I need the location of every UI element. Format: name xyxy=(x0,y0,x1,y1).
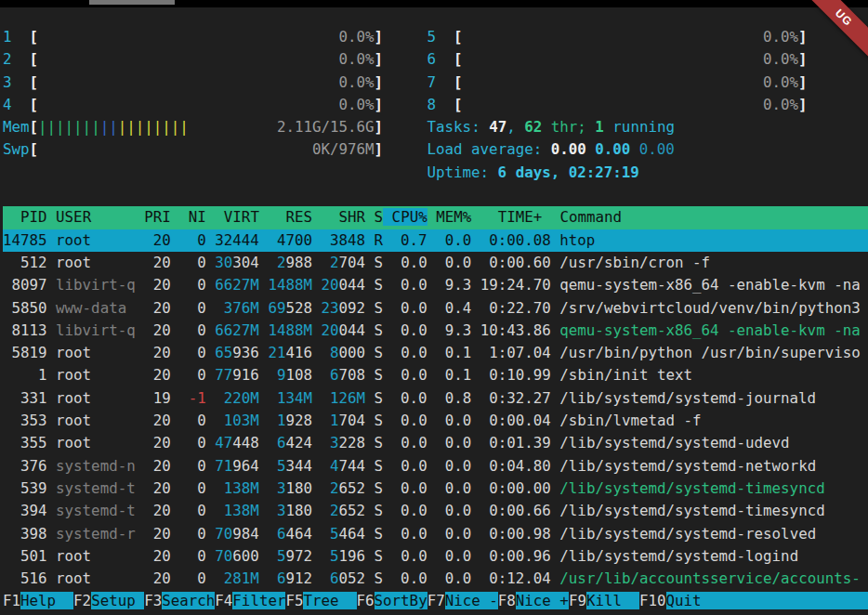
virt-cell: 984 xyxy=(232,525,259,543)
column-header-pid[interactable]: PID xyxy=(20,208,47,226)
process-row[interactable]: 512 root 20 0 30304 2988 2704 S 0.0 0.0 … xyxy=(3,252,868,274)
process-row[interactable]: 1 root 20 0 77916 9108 6708 S 0.0 0.1 0:… xyxy=(3,364,868,386)
virt-cell: 600 xyxy=(232,547,259,565)
process-row[interactable]: 8113 libvirt-q 20 0 6627M 1488M 20044 S … xyxy=(3,320,868,342)
text-segment xyxy=(171,321,180,339)
command-cell: /lib/systemd/systemd-networkd xyxy=(559,457,816,475)
process-row[interactable]: 5819 root 20 0 65936 21416 8000 S 0.0 0.… xyxy=(3,342,868,364)
column-header-command[interactable]: Command xyxy=(559,208,622,226)
fn-key-f1[interactable]: F1 xyxy=(3,592,20,609)
text-segment xyxy=(471,389,480,407)
text-segment xyxy=(206,457,216,475)
virt-cell: 6627M xyxy=(215,321,259,339)
process-row[interactable]: 539 systemd-t 20 0 138M 3180 2652 S 0.0 … xyxy=(3,478,868,500)
text-segment xyxy=(383,118,427,136)
column-header-mem[interactable]: MEM% xyxy=(436,208,471,226)
time-cell: 0:00.04 xyxy=(480,412,551,429)
fn-key-f10[interactable]: F10 xyxy=(639,592,666,609)
text-segment xyxy=(206,525,216,543)
text-segment xyxy=(471,299,480,317)
scrollbar-thumb[interactable] xyxy=(89,0,175,5)
pri-cell: 20 xyxy=(144,344,171,361)
process-row[interactable]: 8097 libvirt-q 20 0 6627M 1488M 20044 S … xyxy=(3,274,868,296)
process-row[interactable]: 331 root 19 -1 220M 134M 126M S 0.0 0.8 … xyxy=(3,387,868,410)
fn-key-f6[interactable]: F6 xyxy=(357,592,375,609)
text-segment: , xyxy=(506,118,524,136)
shr-cell: 3 xyxy=(322,434,339,451)
mem-bar-segment: |||||||| xyxy=(118,118,189,136)
column-header-virt[interactable]: VIRT xyxy=(224,208,259,226)
column-header-ni[interactable]: NI xyxy=(189,208,206,226)
cpu-meter-7-value: 0.0% xyxy=(763,73,798,91)
text-segment xyxy=(206,344,216,361)
process-row[interactable]: 5850 www-data 20 0 376M 69528 23092 S 0.… xyxy=(3,297,868,320)
text-segment xyxy=(3,208,20,226)
fn-action-nice-[interactable]: Nice + xyxy=(516,592,569,609)
scrollbar-track xyxy=(0,0,868,7)
text-segment xyxy=(365,479,375,497)
text-segment xyxy=(471,321,480,339)
column-header-time[interactable]: TIME+ xyxy=(498,208,543,226)
process-row[interactable]: 501 root 20 0 70600 5972 5196 S 0.0 0.0 … xyxy=(3,545,868,568)
fn-action-quit[interactable]: Quit xyxy=(666,592,868,609)
text-segment xyxy=(471,547,480,565)
text-segment xyxy=(215,412,224,429)
virt-cell: 65 xyxy=(215,344,232,361)
fn-action-nice-[interactable]: Nice - xyxy=(445,592,498,609)
process-row[interactable]: 516 root 20 0 281M 6912 6052 S 0.0 0.0 0… xyxy=(3,568,868,590)
text-segment xyxy=(551,479,560,497)
text-segment xyxy=(206,208,224,226)
cpu-meter-1-value: 0.0% xyxy=(338,28,374,46)
text-segment xyxy=(171,299,180,317)
column-header-user[interactable]: USER xyxy=(56,208,144,226)
mem-meter-label: Mem xyxy=(3,118,30,136)
process-row[interactable]: 355 root 20 0 47448 6424 3228 S 0.0 0.0 … xyxy=(3,432,868,454)
fn-action-sortby[interactable]: SortBy xyxy=(375,592,427,609)
user-cell: systemd-t xyxy=(56,479,144,497)
fn-action-setup[interactable]: Setup xyxy=(91,592,144,609)
text-segment xyxy=(427,412,437,429)
fn-key-f3[interactable]: F3 xyxy=(144,592,162,609)
fn-action-filter[interactable]: Filter xyxy=(232,592,285,609)
process-row[interactable]: 394 systemd-t 20 0 138M 3180 2652 S 0.0 … xyxy=(3,500,868,522)
shr-cell: 228 xyxy=(339,434,366,451)
shr-cell: 5 xyxy=(322,547,339,565)
fn-key-f4[interactable]: F4 xyxy=(215,592,232,609)
process-row[interactable]: 14785 root 20 0 32444 4700 3848 R 0.7 0.… xyxy=(3,229,868,252)
text-segment xyxy=(312,457,322,475)
cpu-percent-cell: 0.7 xyxy=(392,231,427,249)
fn-action-kill[interactable]: Kill xyxy=(586,592,639,609)
process-row[interactable]: 353 root 20 0 103M 1928 1704 S 0.0 0.0 0… xyxy=(3,410,868,432)
column-header-pri[interactable]: PRI xyxy=(144,208,171,226)
text-segment xyxy=(171,434,180,451)
fn-key-f7[interactable]: F7 xyxy=(427,592,445,609)
column-header-cpu-sorted[interactable]: CPU% xyxy=(383,208,427,226)
user-cell: libvirt-q xyxy=(56,276,144,294)
text-segment xyxy=(551,547,560,565)
text-segment xyxy=(551,254,560,271)
res-cell: 180 xyxy=(285,479,312,497)
fn-action-search[interactable]: Search xyxy=(162,592,215,609)
cpu-percent-cell: 0.0 xyxy=(392,434,427,451)
text-segment xyxy=(427,389,437,407)
column-header-shr[interactable]: SHR xyxy=(339,208,366,226)
fn-key-f9[interactable]: F9 xyxy=(569,592,586,609)
process-row[interactable]: 376 systemd-n 20 0 71964 5344 4744 S 0.0… xyxy=(3,455,868,478)
state-cell: S xyxy=(375,276,384,294)
fn-action-help[interactable]: Help xyxy=(20,592,73,609)
fn-key-f2[interactable]: F2 xyxy=(73,592,91,609)
process-row[interactable]: 398 systemd-r 20 0 70984 6464 5464 S 0.0… xyxy=(3,523,868,545)
column-header-res[interactable]: RES xyxy=(285,208,312,226)
time-cell: 0:00.08 xyxy=(480,231,551,249)
shr-cell: 2 xyxy=(321,479,338,497)
text-segment xyxy=(259,276,269,294)
fn-key-f5[interactable]: F5 xyxy=(285,592,303,609)
state-cell: S xyxy=(375,525,384,543)
user-cell: systemd-r xyxy=(56,525,144,543)
column-header-state[interactable]: S xyxy=(375,208,384,226)
text-segment xyxy=(551,569,560,587)
fn-key-f8[interactable]: F8 xyxy=(498,592,516,609)
tasks-running-label: running xyxy=(604,118,675,136)
fn-action-tree[interactable]: Tree xyxy=(303,592,356,609)
command-cell: /usr/bin/python /usr/bin/superviso xyxy=(559,344,860,361)
